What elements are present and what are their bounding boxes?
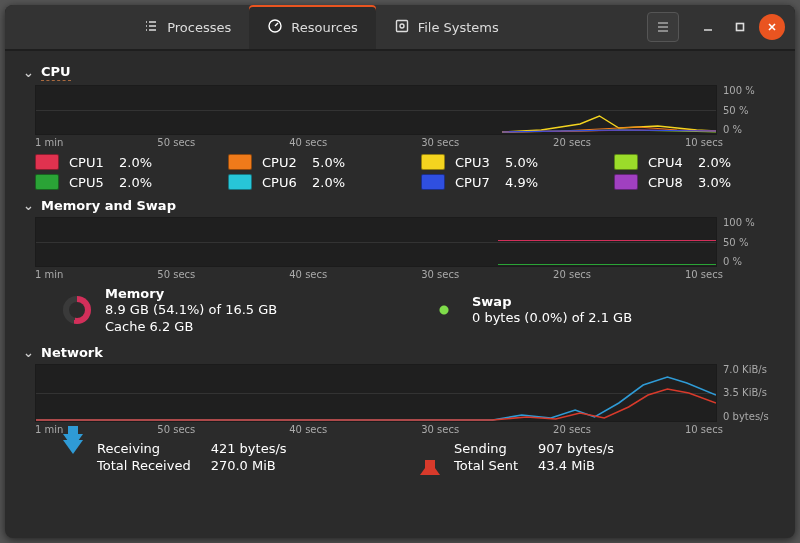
chevron-down-icon: ⌄ — [23, 65, 33, 80]
xtick: 10 secs — [685, 424, 723, 435]
cpu-legend-item[interactable]: CPU25.0% — [228, 154, 391, 170]
chevron-down-icon: ⌄ — [23, 198, 33, 213]
cpu-value: 2.0% — [698, 155, 731, 170]
memory-line: 8.9 GB (54.1%) of 16.5 GB — [105, 302, 277, 318]
ytick: 100 % — [723, 85, 777, 96]
ytick: 7.0 KiB/s — [723, 364, 777, 375]
color-swatch — [35, 154, 59, 170]
swap-label: Swap — [472, 294, 632, 310]
memory-label: Memory — [105, 286, 277, 302]
window-close-button[interactable] — [759, 14, 785, 40]
tab-label: Processes — [167, 20, 231, 35]
recv-total-label: Total Received — [97, 458, 191, 475]
memory-section-header[interactable]: ⌄ Memory and Swap — [23, 198, 777, 213]
send-rate: 907 bytes/s — [538, 441, 614, 458]
xtick: 30 secs — [421, 137, 459, 148]
recv-rate: 421 bytes/s — [211, 441, 287, 458]
ytick: 50 % — [723, 237, 777, 248]
cpu-legend-item[interactable]: CPU62.0% — [228, 174, 391, 190]
network-plot-area — [35, 364, 717, 422]
memory-graph: 100 % 50 % 0 % — [35, 217, 777, 267]
color-swatch — [228, 154, 252, 170]
xtick: 20 secs — [553, 137, 591, 148]
cpu-value: 2.0% — [119, 175, 152, 190]
xtick: 50 secs — [157, 137, 195, 148]
cpu-name: CPU6 — [262, 175, 302, 190]
window-maximize-button[interactable] — [727, 14, 753, 40]
send-label: Sending — [454, 441, 518, 458]
cpu-value: 2.0% — [119, 155, 152, 170]
swap-dot-icon — [430, 296, 458, 324]
cpu-name: CPU7 — [455, 175, 495, 190]
window-controls — [637, 5, 795, 49]
cpu-legend: CPU12.0%CPU25.0%CPU35.0%CPU42.0%CPU52.0%… — [35, 154, 777, 190]
list-icon — [143, 18, 159, 37]
network-receiving: Receiving 421 bytes/s Total Received 270… — [63, 441, 420, 475]
cpu-xaxis: 1 min 50 secs 40 secs 30 secs 20 secs 10… — [35, 137, 723, 148]
chevron-down-icon: ⌄ — [23, 345, 33, 360]
network-graph: 7.0 KiB/s 3.5 KiB/s 0 bytes/s — [35, 364, 777, 422]
cpu-name: CPU1 — [69, 155, 109, 170]
ytick: 0 % — [723, 256, 777, 267]
cpu-yaxis: 100 % 50 % 0 % — [717, 85, 777, 135]
cpu-legend-item[interactable]: CPU35.0% — [421, 154, 584, 170]
upload-arrow-icon — [420, 446, 440, 469]
section-title: Network — [41, 345, 103, 360]
disk-icon — [394, 18, 410, 37]
xtick: 30 secs — [421, 424, 459, 435]
svg-rect-3 — [737, 24, 744, 31]
memory-usage: Memory 8.9 GB (54.1%) of 16.5 GB Cache 6… — [63, 286, 410, 335]
xtick: 1 min — [35, 137, 63, 148]
color-swatch — [421, 154, 445, 170]
memory-donut-icon — [63, 296, 91, 324]
memory-plot-area — [35, 217, 717, 267]
recv-total: 270.0 MiB — [211, 458, 287, 475]
network-summary: Receiving 421 bytes/s Total Received 270… — [63, 441, 777, 475]
memory-xaxis: 1 min 50 secs 40 secs 30 secs 20 secs 10… — [35, 269, 723, 280]
cpu-name: CPU3 — [455, 155, 495, 170]
color-swatch — [421, 174, 445, 190]
app-menu-button[interactable] — [647, 12, 679, 42]
cpu-legend-item[interactable]: CPU42.0% — [614, 154, 777, 170]
xtick: 10 secs — [685, 269, 723, 280]
tab-label: File Systems — [418, 20, 499, 35]
cpu-name: CPU8 — [648, 175, 688, 190]
network-section-header[interactable]: ⌄ Network — [23, 345, 777, 360]
cpu-name: CPU2 — [262, 155, 302, 170]
xtick: 40 secs — [289, 424, 327, 435]
svg-point-2 — [400, 24, 404, 28]
send-total: 43.4 MiB — [538, 458, 614, 475]
cpu-plot-area — [35, 85, 717, 135]
xtick: 1 min — [35, 269, 63, 280]
cpu-legend-item[interactable]: CPU52.0% — [35, 174, 198, 190]
cpu-value: 5.0% — [312, 155, 345, 170]
xtick: 20 secs — [553, 269, 591, 280]
system-monitor-window: Processes Resources File Systems — [5, 5, 795, 538]
xtick: 50 secs — [157, 269, 195, 280]
ytick: 50 % — [723, 105, 777, 116]
color-swatch — [614, 174, 638, 190]
svg-rect-1 — [396, 20, 407, 31]
xtick: 10 secs — [685, 137, 723, 148]
cpu-graph: 100 % 50 % 0 % — [35, 85, 777, 135]
cpu-value: 5.0% — [505, 155, 538, 170]
memory-yaxis: 100 % 50 % 0 % — [717, 217, 777, 267]
recv-label: Receiving — [97, 441, 191, 458]
ytick: 3.5 KiB/s — [723, 387, 777, 398]
cpu-legend-item[interactable]: CPU74.9% — [421, 174, 584, 190]
ytick: 0 % — [723, 124, 777, 135]
cpu-section-header[interactable]: ⌄ CPU — [23, 64, 777, 81]
window-minimize-button[interactable] — [695, 14, 721, 40]
ytick: 0 bytes/s — [723, 411, 777, 422]
cpu-legend-item[interactable]: CPU83.0% — [614, 174, 777, 190]
cpu-name: CPU4 — [648, 155, 688, 170]
cpu-legend-item[interactable]: CPU12.0% — [35, 154, 198, 170]
xtick: 20 secs — [553, 424, 591, 435]
xtick: 50 secs — [157, 424, 195, 435]
tab-processes[interactable]: Processes — [125, 5, 249, 49]
xtick: 40 secs — [289, 269, 327, 280]
tab-filesystems[interactable]: File Systems — [376, 5, 517, 49]
swap-usage: Swap 0 bytes (0.0%) of 2.1 GB — [430, 286, 777, 335]
tab-resources[interactable]: Resources — [249, 5, 375, 49]
download-arrow-icon — [63, 446, 83, 469]
